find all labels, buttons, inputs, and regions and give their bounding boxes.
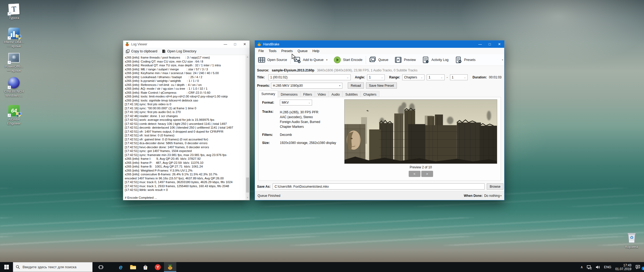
log-line: x265 [info]: frame B: 1001, Avg QP:27.71… — [125, 165, 246, 169]
wave-foam — [0, 236, 644, 245]
desktop-icon-poweroff[interactable]: ↗ PowerOff6...— ярлык — [1, 52, 27, 73]
title-select[interactable]: 1 (00:01:02)⌄ — [268, 74, 351, 80]
range-type-select[interactable]: Chapters⌄ — [402, 74, 425, 80]
copy-to-clipboard-button[interactable]: Copy to clipboard — [126, 49, 157, 53]
search-placeholder: Введите здесь текст для поиска — [23, 265, 76, 269]
minimize-button[interactable]: — — [475, 41, 485, 48]
source-label: Source: — [257, 68, 269, 72]
log-line: x265 [info]: Rate Control / qCompress : … — [125, 91, 246, 95]
scroll-down-icon[interactable]: ˅ — [246, 196, 250, 200]
desktop-icon-recycle-bin[interactable]: ♻ Корзина — [619, 231, 644, 249]
save-new-preset-button[interactable]: Save New Preset — [366, 82, 397, 89]
log-line: x265 [info]: frame I: 9, Avg QP:20.45 kb… — [125, 157, 246, 161]
taskbar-handbrake-button[interactable] — [164, 262, 176, 272]
log-line: [17:42:51] sync: got 1497 frames, 1504 e… — [125, 149, 246, 153]
log-line — [125, 192, 246, 196]
tab-summary[interactable]: Summary — [258, 90, 278, 98]
save-as-label: Save As: — [257, 185, 270, 188]
taskbar-clock[interactable]: 17:43 01.07.2019 — [613, 263, 634, 271]
edge-icon: e — [119, 264, 122, 270]
angle-select[interactable]: 1⌄ — [367, 74, 385, 80]
log-line: x265 [info]: consecutive B-frames: 26.4%… — [125, 172, 246, 176]
clock-time: 17:43 — [615, 263, 631, 267]
action-center-button[interactable]: 1 — [634, 265, 644, 269]
open-source-button[interactable]: Open Source — [255, 54, 290, 66]
taskbar-search-box[interactable]: Введите здесь текст для поиска — [13, 262, 93, 272]
when-done-select[interactable]: Do nothing — [484, 194, 500, 198]
taskbar-store-button[interactable] — [139, 262, 152, 272]
maximize-button[interactable]: □ — [230, 41, 240, 48]
tray-chevron-up-icon[interactable]: ∧ — [579, 265, 585, 269]
close-button[interactable]: ✕ — [495, 41, 504, 48]
open-log-directory-button[interactable]: Open Log Directory — [162, 49, 196, 53]
format-select[interactable]: MKV⌄ — [280, 100, 312, 106]
status-bar: Queue Finished When Done: Do nothing ▾ — [255, 191, 504, 200]
desktop-icon-cinebench[interactable]: ↗ CINEBENCHWindows ... — [1, 77, 27, 98]
preview-button[interactable]: Preview — [391, 54, 419, 66]
reload-button[interactable]: Reload — [348, 82, 364, 89]
preview-label: Preview — [404, 58, 416, 62]
uac-shield-icon — [16, 35, 21, 40]
chevron-down-icon: ▾ — [326, 59, 328, 61]
chevron-down-icon: ⌄ — [441, 76, 443, 79]
log-scrollbar[interactable]: ˄ ˅ — [246, 55, 250, 200]
menu-presets[interactable]: Presets — [279, 48, 295, 54]
handbrake-body: Source: sample-Elysium.2013.2160p 3840x1… — [255, 66, 504, 200]
system-tray: ∧ ENG 17:43 01.07.2019 1 — [579, 262, 644, 272]
queue-button[interactable]: Queue — [366, 54, 392, 66]
range-to-select[interactable]: 1⌄ — [450, 74, 468, 80]
network-icon[interactable] — [585, 265, 594, 269]
activity-log-button[interactable]: i Activity Log — [419, 54, 452, 66]
microsoft-store-icon — [142, 264, 148, 270]
icon-label: Windows ... — [4, 94, 24, 98]
start-button[interactable] — [0, 262, 13, 272]
desktop-icon-aida64[interactable]: 64↗ AIDA64Engineer — [1, 105, 27, 126]
taskbar-yandex-button[interactable]: Y — [152, 262, 164, 272]
taskbar-edge-button[interactable]: e — [115, 262, 127, 272]
close-button[interactable]: ✕ — [240, 41, 250, 48]
shortcut-arrow-icon: ↗ — [8, 36, 11, 40]
log-line: x265 [info]: Keyframe min / max / scenec… — [125, 71, 246, 75]
preview-prev-button[interactable]: < — [409, 171, 420, 177]
start-encode-icon — [334, 56, 341, 63]
add-to-queue-button[interactable]: Add to Queue ▾ — [291, 54, 331, 66]
log-line: [17:42:51] vfr: lost time: 0 (0 frames) — [125, 133, 246, 137]
save-as-input[interactable]: C:\Users\Mr. Fox\Documents\test.mkv — [273, 183, 485, 190]
taskbar-explorer-button[interactable] — [127, 262, 139, 272]
handbrake-logo-icon — [257, 42, 261, 46]
log-line: x265 [info]: Coding QT: max CU size, min… — [125, 60, 246, 64]
icon-label: Engineer — [7, 122, 21, 126]
menu-queue[interactable]: Queue — [295, 48, 310, 54]
notification-badge: 1 — [642, 267, 644, 270]
volume-icon[interactable] — [594, 265, 602, 269]
log-line: x265 [info]: frame threads / pool featur… — [125, 56, 246, 60]
log-line: [17:41:16] sync: "00:00:00.000" (1) at f… — [125, 106, 246, 110]
tracks-label: Tracks: — [262, 110, 273, 114]
log-line: [17:42:51] hevc-decoder done: 1497 frame… — [125, 145, 246, 149]
maximize-button[interactable]: □ — [485, 41, 495, 48]
handbrake-titlebar[interactable]: HandBrake — □ ✕ — [255, 41, 504, 48]
menu-tools[interactable]: Tools — [266, 48, 279, 54]
log-viewer-titlebar[interactable]: Log Viewer — □ ✕ — [123, 41, 250, 48]
preview-next-button[interactable]: > — [421, 171, 433, 177]
menu-file[interactable]: File — [256, 48, 266, 54]
desktop-icon-hwinfo64[interactable]: ↗ HWiNFO64...— ярлык — [1, 27, 27, 48]
presets-icon — [455, 56, 462, 63]
minimize-button[interactable]: — — [221, 41, 230, 48]
desktop-icon-typora[interactable]: T↗ Typora — [1, 3, 27, 20]
scroll-up-icon[interactable]: ˄ — [246, 55, 250, 59]
mouse-cursor — [291, 54, 296, 60]
scrollbar-thumb[interactable] — [246, 177, 249, 193]
log-line: [17:42:51] dca-decoder done: 5865 frames… — [125, 141, 246, 145]
range-from-select[interactable]: 1⌄ — [427, 74, 444, 80]
menu-help[interactable]: Help — [310, 48, 322, 54]
language-indicator[interactable]: ENG — [602, 265, 613, 269]
toolbar-overflow-icon[interactable]: ▾ — [502, 59, 504, 61]
presets-select[interactable]: H.265 MKV 1080p30▸ — [271, 83, 342, 89]
task-view-button[interactable] — [95, 262, 107, 272]
log-text-area[interactable]: x265 [info]: frame threads / pool featur… — [123, 55, 246, 200]
browse-button[interactable]: Browse — [487, 183, 503, 190]
open-log-directory-label: Open Log Directory — [167, 49, 196, 53]
start-encode-button[interactable]: Start Encode — [331, 54, 365, 66]
presets-button[interactable]: Presets — [452, 54, 479, 66]
